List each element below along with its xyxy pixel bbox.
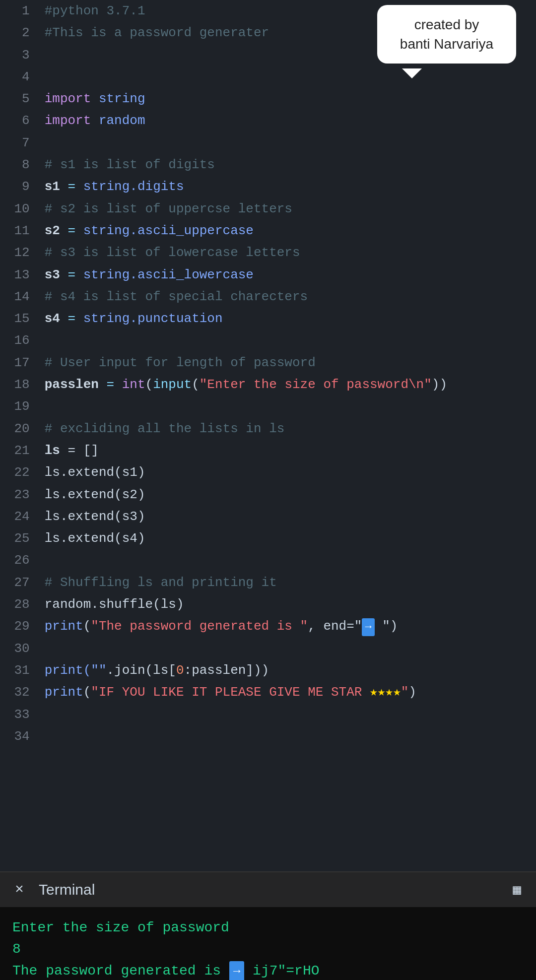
line-content: import random [40,110,536,131]
code-line: 34 [0,725,536,747]
code-line: 7 [0,132,536,154]
line-number: 3 [0,44,40,66]
line-number: 7 [0,132,40,154]
code-line: 29print("The password generated is ", en… [0,615,536,637]
code-token: s1 [45,179,60,194]
line-content [40,549,536,571]
line-content: # s3 is list of lowercase letters [40,242,536,263]
code-token: ls [45,443,60,458]
line-number: 9 [0,176,40,197]
code-line: 32print("IF YOU LIKE IT PLEASE GIVE ME S… [0,681,536,703]
line-content: ls.extend(s4) [40,527,536,549]
code-line: 13s3 = string.ascii_lowercase [0,264,536,286]
terminal-output-2: 8 [12,938,524,960]
code-line: 9s1 = string.digits [0,176,536,197]
code-line: 30 [0,638,536,659]
code-line: 27# Shuffling ls and printing it [0,572,536,593]
code-spacer [0,747,536,871]
code-token: #This is a password generater [45,25,269,40]
code-token: string.punctuation [83,311,223,326]
line-number: 23 [0,484,40,506]
code-token: string.ascii_uppercase [83,223,254,238]
line-number: 4 [0,66,40,88]
code-token: :passlen])) [184,663,269,678]
code-line: 4 [0,66,536,88]
line-content: import string [40,88,536,110]
code-token: #python 3.7.1 [45,3,145,18]
code-token: # excliding all the lists in ls [45,421,285,436]
line-content [40,704,536,725]
code-line: 26 [0,549,536,571]
speech-bubble-line1: created by [414,17,479,32]
code-token: s4 [45,311,60,326]
line-content: random.shuffle(ls) [40,593,536,615]
code-line: 20# excliding all the lists in ls [0,418,536,440]
line-number: 29 [0,615,40,637]
code-token: = [60,179,83,194]
line-number: 10 [0,198,40,220]
code-line: 10# s2 is list of uppercse letters [0,198,536,220]
line-number: 2 [0,22,40,44]
line-number: 11 [0,220,40,242]
code-token: s2 [45,223,60,238]
code-table: 1#python 3.7.12#This is a password gener… [0,0,536,747]
terminal-close-button[interactable]: × [15,881,24,898]
code-token: .join(ls[ [107,663,176,678]
code-line: 23ls.extend(s2) [0,484,536,506]
line-content: s1 = string.digits [40,176,536,197]
terminal-output-1: Enter the size of password [12,917,524,938]
code-line: 12# s3 is list of lowercase letters [0,242,536,263]
line-number: 13 [0,264,40,286]
code-line: 21ls = [] [0,440,536,461]
line-content [40,395,536,417]
line-number: 6 [0,110,40,131]
line-number: 25 [0,527,40,549]
code-line: 5import string [0,88,536,110]
line-content: print("".join(ls[0:passlen])) [40,659,536,681]
line-content: # Shuffling ls and printing it [40,572,536,593]
arrow-icon: → [229,961,244,980]
line-number: 5 [0,88,40,110]
speech-bubble-line2: banti Narvariya [400,36,493,52]
terminal-copy-icon[interactable]: ▦ [513,881,521,898]
code-token: ls.extend(s3) [45,509,145,524]
line-content: # excliding all the lists in ls [40,418,536,440]
line-number: 18 [0,374,40,395]
code-token: = [60,223,83,238]
line-number: 12 [0,242,40,263]
line-number: 21 [0,440,40,461]
code-line: 11s2 = string.ascii_uppercase [0,220,536,242]
code-line: 16 [0,329,536,351]
line-number: 30 [0,638,40,659]
line-content [40,329,536,351]
code-line: 15s4 = string.punctuation [0,308,536,329]
line-number: 26 [0,549,40,571]
line-content: s3 = string.ascii_lowercase [40,264,536,286]
code-line: 31print("".join(ls[0:passlen])) [0,659,536,681]
line-number: 28 [0,593,40,615]
code-token: print("" [45,663,107,678]
line-content: s4 = string.punctuation [40,308,536,329]
line-content: # s2 is list of uppercse letters [40,198,536,220]
line-content: ls.extend(s1) [40,461,536,483]
code-line: 22ls.extend(s1) [0,461,536,483]
terminal-header: × Terminal ▦ [0,871,536,907]
line-number: 17 [0,352,40,374]
code-token: random.shuffle(ls) [45,597,184,612]
code-token: # User input for length of password [45,355,316,370]
line-content: # User input for length of password [40,352,536,374]
line-content [40,132,536,154]
code-token: # s4 is list of special charecters [45,289,308,304]
code-line: 8# s1 is list of digits [0,154,536,176]
line-number: 31 [0,659,40,681]
line-content [40,725,536,747]
line-content: print("IF YOU LIKE IT PLEASE GIVE ME STA… [40,681,536,703]
line-content: s2 = string.ascii_uppercase [40,220,536,242]
code-token: ls.extend(s4) [45,531,145,546]
line-number: 15 [0,308,40,329]
code-line: 18passlen = int(input("Enter the size of… [0,374,536,395]
code-editor: created by banti Narvariya 1#python 3.7.… [0,0,536,871]
code-token: # s3 is list of lowercase letters [45,245,300,260]
line-number: 24 [0,506,40,527]
code-token: import [45,91,91,106]
